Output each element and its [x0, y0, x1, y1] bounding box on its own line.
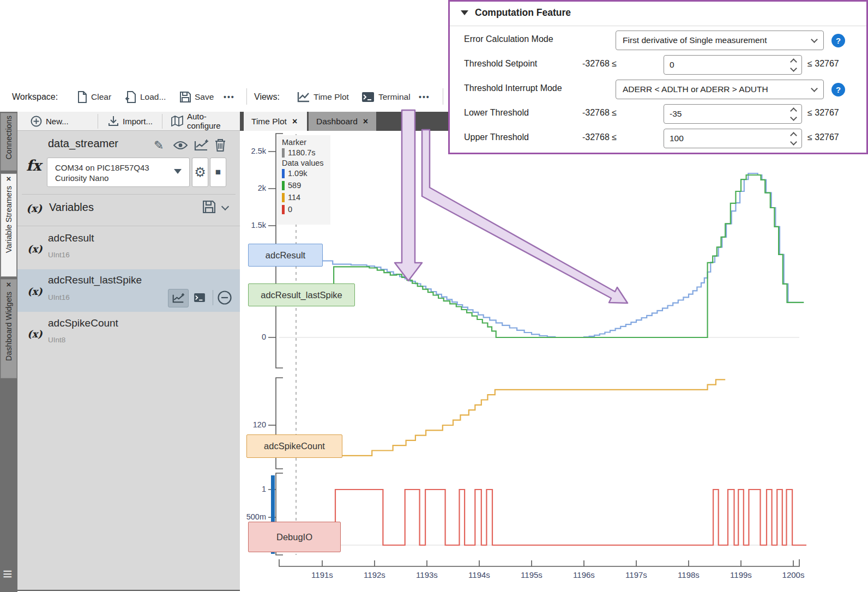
y-tick-label: 120 — [242, 420, 266, 429]
x-tick-label: 1199s — [724, 570, 758, 579]
divider — [162, 114, 162, 129]
marker-legend: Marker 1180.7s Data values 1.09k 589 114… — [277, 135, 330, 225]
side-tab-dashboard-widgets[interactable]: × Dashboard Widgets — [1, 279, 17, 378]
variables-x-icon: (x) — [26, 202, 42, 214]
series-label-adcSpikeCount[interactable]: adcSpikeCount — [246, 434, 342, 458]
series-color-bar — [282, 205, 285, 214]
toolbar-divider — [443, 88, 443, 105]
workspace-more-button[interactable]: ••• — [224, 82, 235, 112]
field-label: Lower Threshold — [464, 108, 529, 118]
edit-pencil-icon[interactable]: ✎ — [154, 138, 164, 153]
series-adcResult_lastSpike — [328, 175, 804, 337]
load-button[interactable]: Load... — [125, 82, 166, 112]
collapse-chevron-icon[interactable] — [221, 203, 229, 210]
remove-minus-circle-icon[interactable] — [217, 290, 232, 305]
chart-add-icon[interactable] — [194, 140, 208, 151]
row-upper-threshold: Upper Threshold -32768 ≤ 100 ≤ 32767 — [450, 129, 866, 148]
clear-button[interactable]: Clear — [77, 82, 111, 112]
row-lower-threshold: Lower Threshold -32768 ≤ -35 ≤ 32767 — [450, 104, 866, 124]
x-tick-label: 1194s — [462, 570, 497, 579]
x-tick-label: 1198s — [671, 570, 706, 579]
x-tick-label: 1195s — [514, 570, 549, 579]
side-tab-variable-streamers[interactable]: × Variable Streamers — [1, 173, 17, 277]
legend-data-values-label: Data values — [282, 159, 330, 167]
divider — [450, 26, 866, 26]
arrow-elbow-icon — [422, 130, 628, 303]
panel-header[interactable]: Computation Feature — [461, 7, 571, 19]
series-label-adcResult-lastSpike[interactable]: adcResult_lastSpike — [248, 283, 355, 306]
chevron-down-icon — [811, 85, 818, 92]
plus-circle-icon — [31, 116, 42, 127]
y-tick-label: 2.5k — [242, 147, 266, 155]
spinner-control[interactable] — [791, 108, 796, 120]
close-icon[interactable]: × — [292, 117, 297, 126]
series-adcResult — [309, 173, 804, 337]
terminal-view-button[interactable]: Terminal — [361, 82, 411, 112]
lower-threshold-input[interactable]: -35 — [664, 104, 802, 124]
legend-value: 1.09k — [288, 169, 307, 178]
save-icon — [180, 92, 191, 102]
x-axis — [279, 559, 799, 566]
row-threshold-setpoint: Threshold Setpoint -32768 ≤ 0 ≤ 32767 — [450, 55, 866, 75]
visibility-eye-icon[interactable] — [173, 141, 188, 150]
variable-row-adcResult-lastSpike[interactable]: (x) adcResult_lastSpike UInt16 — [17, 269, 240, 312]
menu-hamburger-icon[interactable]: ≡ — [3, 569, 13, 579]
variable-row-adcSpikeCount[interactable]: (x) adcSpikeCount UInt8 — [17, 313, 240, 354]
min-bound: -32768 ≤ — [573, 108, 617, 118]
tab-dashboard[interactable]: Dashboard× — [309, 112, 376, 131]
auto-configure-button[interactable]: Auto-configure — [171, 112, 240, 130]
x-tick-label: 1192s — [357, 570, 392, 579]
new-button[interactable]: New... — [31, 112, 69, 130]
marker-color-bar — [282, 148, 285, 158]
spinner-control[interactable] — [791, 59, 796, 71]
max-bound: ≤ 32767 — [807, 59, 839, 69]
series-label-DebugIO[interactable]: DebugIO — [248, 522, 341, 552]
upper-threshold-input[interactable]: 100 — [664, 129, 802, 148]
variable-type: UInt16 — [48, 251, 70, 259]
import-icon — [108, 116, 119, 126]
legend-marker-label: Marker — [282, 138, 330, 147]
tab-time-plot[interactable]: Time Plot× — [244, 112, 307, 131]
views-more-button[interactable]: ••• — [419, 82, 430, 112]
x-tick-label: 1200s — [776, 570, 811, 579]
threshold-setpoint-input[interactable]: 0 — [664, 55, 802, 75]
series-label-adcResult[interactable]: adcResult — [248, 244, 323, 267]
help-icon[interactable]: ? — [831, 83, 845, 96]
error-calculation-mode-dropdown[interactable]: First derivative of Single measurement — [616, 31, 824, 50]
variable-x-icon: (x) — [27, 286, 43, 297]
chart-add-icon — [172, 293, 184, 303]
max-bound: ≤ 32767 — [807, 108, 839, 118]
help-icon[interactable]: ? — [831, 34, 845, 47]
input-value: 100 — [670, 134, 684, 143]
variable-name: adcResult_lastSpike — [48, 274, 142, 286]
gear-icon: ⚙ — [194, 165, 206, 180]
close-icon[interactable]: × — [7, 280, 11, 289]
y-tick-label: 500m — [242, 512, 266, 521]
save-variables-icon[interactable] — [203, 201, 215, 213]
connection-dropdown[interactable]: COM34 on PIC18F57Q43 Curiosity Nano — [47, 158, 190, 187]
import-button[interactable]: Import... — [108, 112, 153, 130]
delete-trash-icon[interactable] — [215, 139, 226, 152]
document-icon — [77, 91, 87, 103]
row-threshold-interrupt-mode: Threshold Interrupt Mode ADERR < ADLTH o… — [450, 80, 866, 99]
variable-name: adcResult — [48, 232, 94, 244]
side-tab-connections[interactable]: Connections — [1, 113, 17, 171]
x-tick-label: 1196s — [566, 570, 601, 579]
collapse-triangle-icon[interactable] — [461, 10, 468, 15]
series-lines — [309, 173, 806, 545]
marker-time: 1180.7s — [288, 148, 316, 157]
variable-row-adcResult[interactable]: (x) adcResult UInt16 — [17, 228, 240, 269]
time-plot-view-button[interactable]: Time Plot — [297, 82, 349, 112]
max-bound: ≤ 32767 — [807, 132, 839, 142]
streamer-stop-button[interactable]: ■ — [210, 158, 226, 187]
close-icon[interactable]: × — [363, 117, 368, 126]
close-icon[interactable]: × — [7, 174, 11, 184]
spinner-control[interactable] — [791, 133, 796, 144]
plot-variable-button[interactable] — [168, 289, 189, 307]
save-button[interactable]: Save — [180, 82, 214, 112]
streamer-settings-button[interactable]: ⚙ — [192, 158, 208, 187]
send-to-terminal-button[interactable] — [190, 289, 209, 306]
computation-feature-panel: Computation Feature Error Calculation Mo… — [448, 0, 868, 154]
legend-value: 589 — [288, 181, 301, 190]
threshold-interrupt-mode-dropdown[interactable]: ADERR < ADLTH or ADERR > ADUTH — [616, 80, 824, 99]
